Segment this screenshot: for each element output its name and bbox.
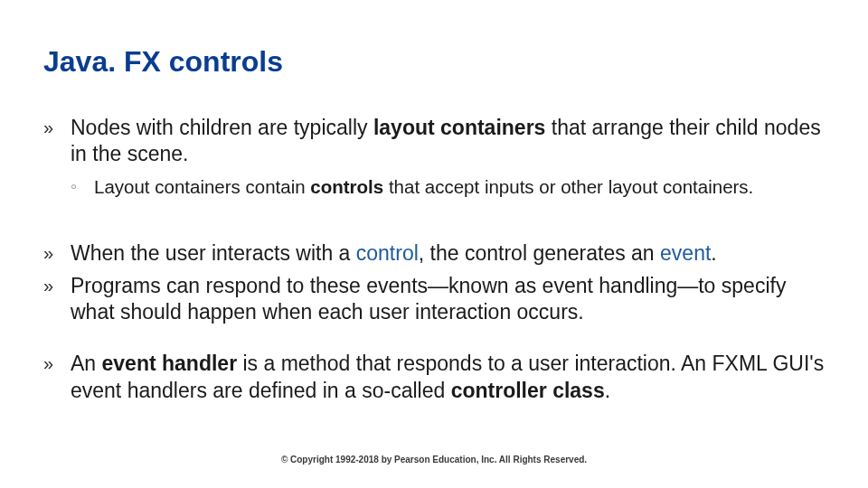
text: An (71, 352, 102, 375)
text: When the user interacts with a (71, 241, 356, 265)
chevron-right-icon: » (43, 242, 53, 266)
bold-text: controller class (451, 379, 605, 402)
bold-text: event handler (102, 352, 238, 375)
sub-bullet-item-1: ◦ Layout containers contain controls tha… (43, 175, 825, 199)
chevron-right-icon: » (43, 352, 53, 376)
bold-text: layout containers (373, 116, 545, 139)
accent-text: control (356, 241, 419, 265)
text: Nodes with children are typically (71, 116, 373, 139)
bullet-item-4: » An event handler is a method that resp… (43, 351, 825, 404)
bullet-item-1: » Nodes with children are typically layo… (43, 115, 825, 168)
text: . (605, 379, 610, 402)
slide-body: » Nodes with children are typically layo… (43, 115, 825, 404)
chevron-right-icon: » (43, 117, 53, 140)
bullet-item-3: » Programs can respond to these events—k… (43, 273, 825, 326)
text: Programs can respond to these events—kno… (71, 274, 786, 324)
bullet-item-2: » When the user interacts with a control… (43, 240, 825, 267)
accent-text: event (660, 241, 711, 265)
text: that accept inputs or other layout conta… (383, 176, 753, 197)
ring-bullet-icon: ◦ (71, 175, 77, 199)
bold-text: controls (310, 176, 383, 197)
text: . (711, 241, 716, 265)
chevron-right-icon: » (43, 275, 53, 298)
text: , the control generates an (419, 241, 660, 265)
slide: Java. FX controls » Nodes with children … (0, 0, 868, 488)
copyright-footer: © Copyright 1992-2018 by Pearson Educati… (0, 455, 868, 465)
page-title: Java. FX controls (43, 45, 825, 79)
text: Layout containers contain (94, 176, 310, 197)
